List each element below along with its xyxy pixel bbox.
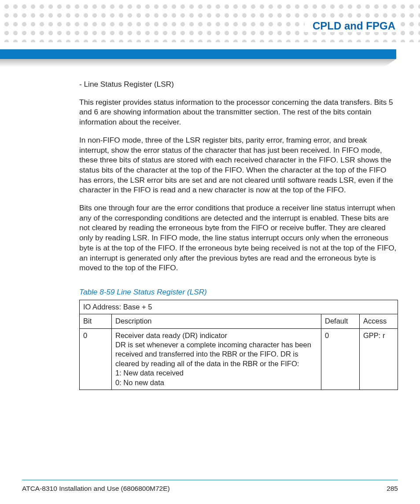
table-header-bit: Bit — [80, 314, 112, 328]
page-footer: ATCA-8310 Installation and Use (6806800M… — [22, 485, 398, 493]
chapter-title: CPLD and FPGA — [305, 20, 398, 32]
table-caption: Table 8-59 Line Status Register (LSR) — [79, 287, 398, 297]
desc-line: DR is set whenever a complete incoming c… — [115, 340, 317, 368]
table-header-access: Access — [360, 314, 398, 328]
footer-rule — [22, 480, 398, 480]
footer-page-number: 285 — [387, 485, 398, 493]
desc-line: Receiver data ready (DR) indicator — [115, 331, 317, 340]
table-header-default: Default — [321, 314, 360, 328]
table-header-row: Bit Description Default Access — [80, 314, 398, 328]
paragraph-lsr-errors: Bits one through four are the error cond… — [79, 203, 398, 273]
cell-description: Receiver data ready (DR) indicator DR is… — [112, 328, 321, 390]
cell-default: 0 — [321, 328, 360, 390]
page-content: - Line Status Register (LSR) This regist… — [79, 79, 398, 390]
header-blue-bar — [0, 49, 396, 59]
table-io-address-row: IO Address: Base + 5 — [80, 300, 398, 314]
desc-line: 1: New data received — [115, 368, 317, 378]
paragraph-lsr-fifo: In non-FIFO mode, three of the LSR regis… — [79, 135, 398, 195]
footer-doc-title: ATCA-8310 Installation and Use (6806800M… — [22, 485, 170, 493]
lsr-register-table: IO Address: Base + 5 Bit Description Def… — [79, 300, 398, 390]
table-io-address: IO Address: Base + 5 — [80, 300, 398, 314]
header-shadow-bar — [0, 59, 396, 67]
cell-access: GPP: r — [360, 328, 398, 390]
paragraph-lsr-intro: This register provides status informatio… — [79, 97, 398, 127]
desc-line: 0: No new data — [115, 378, 317, 387]
table-header-description: Description — [112, 314, 321, 328]
table-row: 0 Receiver data ready (DR) indicator DR … — [80, 328, 398, 390]
cell-bit: 0 — [80, 328, 112, 390]
paragraph-lsr-heading: - Line Status Register (LSR) — [79, 79, 398, 89]
